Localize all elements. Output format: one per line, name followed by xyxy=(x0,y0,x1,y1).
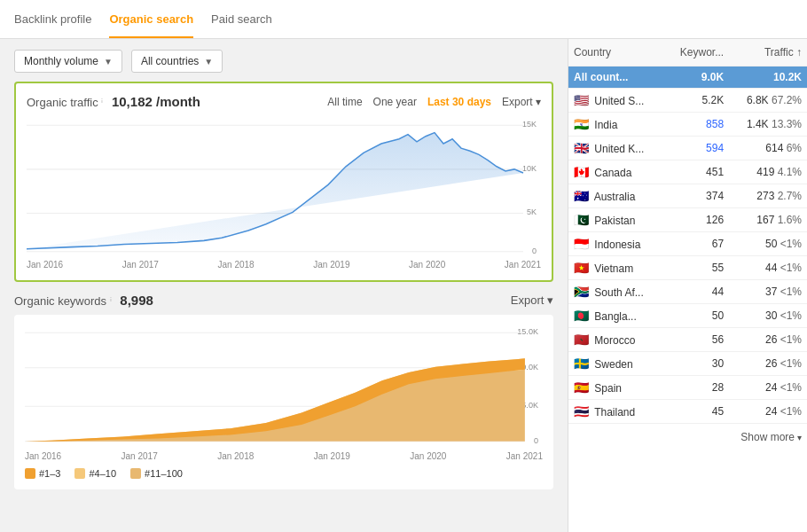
country-cell: 🇺🇸 United S... xyxy=(568,89,664,113)
traffic-pct: <1% xyxy=(780,357,802,370)
traffic-pct: 67.2% xyxy=(772,94,802,106)
traffic-x-labels: Jan 2016 Jan 2017 Jan 2018 Jan 2019 Jan … xyxy=(27,260,541,270)
flag-icon: 🇵🇰 xyxy=(574,213,589,227)
country-name: South Af... xyxy=(594,286,643,299)
traffic-cell: 6.8K 67.2% xyxy=(729,89,807,113)
filters: Monthly volume ▼ All countries ▼ xyxy=(14,50,553,73)
keywords-info[interactable]: ⁱ xyxy=(110,296,112,307)
legend-item-1-3[interactable]: #1–3 xyxy=(25,468,60,479)
country-cell: 🇧🇩 Bangla... xyxy=(568,304,664,328)
legend-color-11-100 xyxy=(130,468,141,479)
all-keywords-cell: 9.0K xyxy=(664,66,729,89)
table-row[interactable]: 🇧🇩 Bangla... 50 30 <1% xyxy=(568,304,807,328)
col-keywords: Keywor... xyxy=(664,39,729,66)
country-name: Australia xyxy=(594,191,636,203)
country-name: Vietnam xyxy=(594,262,633,275)
table-row[interactable]: 🇿🇦 South Af... 44 37 <1% xyxy=(568,280,807,304)
flag-icon: 🇨🇦 xyxy=(574,165,589,179)
keywords-cell: 28 xyxy=(664,376,729,400)
table-row[interactable]: 🇬🇧 United K... 594 614 6% xyxy=(568,137,807,160)
legend-item-4-10[interactable]: #4–10 xyxy=(74,468,116,479)
keywords-cell: 374 xyxy=(664,184,729,208)
table-row[interactable]: 🇦🇺 Australia 374 273 2.7% xyxy=(568,184,807,208)
keywords-chart: 15.0K 10.0K 5.0K 0 xyxy=(14,315,553,489)
traffic-pct: <1% xyxy=(780,405,802,418)
country-name: Sweden xyxy=(594,358,632,371)
col-country: Country xyxy=(568,39,664,66)
table-row[interactable]: 🇹🇭 Thailand 45 24 <1% xyxy=(568,400,807,424)
table-row[interactable]: 🇮🇩 Indonesia 67 50 <1% xyxy=(568,232,807,256)
traffic-info[interactable]: ⁱ xyxy=(101,98,103,108)
right-panel: Country Keywor... Traffic ↑ All count...… xyxy=(568,39,807,532)
kw-chart-container: 15.0K 10.0K 5.0K 0 xyxy=(25,325,543,450)
flag-icon: 🇸🇪 xyxy=(574,356,589,371)
keywords-export-btn[interactable]: Export ▾ xyxy=(511,293,553,307)
one-year-btn[interactable]: One year xyxy=(373,96,417,108)
flag-icon: 🇲🇦 xyxy=(574,332,589,347)
chart-controls: All time One year Last 30 days Export ▾ xyxy=(327,96,541,108)
traffic-cell: 419 4.1% xyxy=(729,160,807,184)
flag-icon: 🇮🇳 xyxy=(574,117,589,131)
legend-color-1-3 xyxy=(25,468,35,479)
flag-icon: 🇺🇸 xyxy=(574,93,589,107)
table-row[interactable]: 🇨🇦 Canada 451 419 4.1% xyxy=(568,160,807,184)
table-row[interactable]: 🇻🇳 Vietnam 55 44 <1% xyxy=(568,256,807,280)
table-row[interactable]: 🇲🇦 Morocco 56 26 <1% xyxy=(568,328,807,352)
traffic-pct: <1% xyxy=(780,262,802,274)
table-row[interactable]: 🇸🇪 Sweden 30 26 <1% xyxy=(568,352,807,376)
country-dropdown[interactable]: All countries ▼ xyxy=(131,50,223,73)
nav-tab-paid[interactable]: Paid search xyxy=(211,2,272,38)
country-arrow: ▼ xyxy=(204,57,213,66)
col-traffic: Traffic ↑ xyxy=(729,39,807,66)
traffic-cell: 1.4K 13.3% xyxy=(729,113,807,137)
table-row[interactable]: 🇪🇸 Spain 28 24 <1% xyxy=(568,376,807,400)
keywords-cell: 451 xyxy=(664,160,729,184)
traffic-cell: 24 <1% xyxy=(729,376,807,400)
keywords-header: Organic keywords ⁱ 8,998 Export ▾ xyxy=(14,293,553,308)
traffic-pct: <1% xyxy=(780,333,802,346)
country-name: Canada xyxy=(594,167,631,179)
nav-tab-backlink[interactable]: Backlink profile xyxy=(14,2,91,38)
country-cell: 🇨🇦 Canada xyxy=(568,160,664,184)
all-country-cell: All count... xyxy=(568,66,664,89)
keywords-title: Organic keywords xyxy=(14,294,106,308)
traffic-chart-card: Organic traffic ⁱ 10,182 /month All time… xyxy=(14,82,553,282)
traffic-chart: 15K 10K 5K 0 xyxy=(27,116,541,258)
export-btn[interactable]: Export ▾ xyxy=(502,96,541,108)
svg-text:15.0K: 15.0K xyxy=(517,327,539,336)
keywords-cell: 55 xyxy=(664,256,729,280)
all-countries-row[interactable]: All count... 9.0K 10.2K xyxy=(568,66,807,89)
keywords-cell: 858 xyxy=(664,113,729,137)
volume-label: Monthly volume xyxy=(24,55,98,67)
traffic-title: Organic traffic xyxy=(27,96,98,109)
country-name: Morocco xyxy=(594,334,635,347)
table-row[interactable]: 🇮🇳 India 858 1.4K 13.3% xyxy=(568,113,807,137)
svg-text:5K: 5K xyxy=(527,207,537,216)
country-cell: 🇲🇦 Morocco xyxy=(568,328,664,352)
traffic-cell: 26 <1% xyxy=(729,328,807,352)
traffic-cell: 167 1.6% xyxy=(729,208,807,232)
nav-tab-organic[interactable]: Organic search xyxy=(109,2,193,38)
legend-item-11-100[interactable]: #11–100 xyxy=(130,468,183,479)
country-name: Thailand xyxy=(594,406,635,419)
country-name: Indonesia xyxy=(594,239,640,251)
table-row[interactable]: 🇵🇰 Pakistan 126 167 1.6% xyxy=(568,208,807,232)
traffic-pct: 1.6% xyxy=(778,214,802,226)
volume-dropdown[interactable]: Monthly volume ▼ xyxy=(14,50,122,73)
show-more-btn[interactable]: Show more ▾ xyxy=(568,424,807,450)
traffic-pct: 13.3% xyxy=(772,118,802,130)
traffic-cell: 24 <1% xyxy=(729,400,807,424)
all-time-btn[interactable]: All time xyxy=(327,96,362,108)
show-more-label: Show more xyxy=(740,431,795,443)
country-cell: 🇮🇳 India xyxy=(568,113,664,137)
keywords-cell: 67 xyxy=(664,232,729,256)
top-nav: Backlink profileOrganic searchPaid searc… xyxy=(0,0,807,39)
last-30-btn[interactable]: Last 30 days xyxy=(427,96,491,108)
traffic-pct: 2.7% xyxy=(778,190,802,202)
country-cell: 🇦🇺 Australia xyxy=(568,184,664,208)
table-row[interactable]: 🇺🇸 United S... 5.2K 6.8K 67.2% xyxy=(568,89,807,113)
traffic-cell: 26 <1% xyxy=(729,352,807,376)
country-cell: 🇮🇩 Indonesia xyxy=(568,232,664,256)
traffic-pct: <1% xyxy=(780,238,802,250)
traffic-pct: <1% xyxy=(780,309,802,322)
